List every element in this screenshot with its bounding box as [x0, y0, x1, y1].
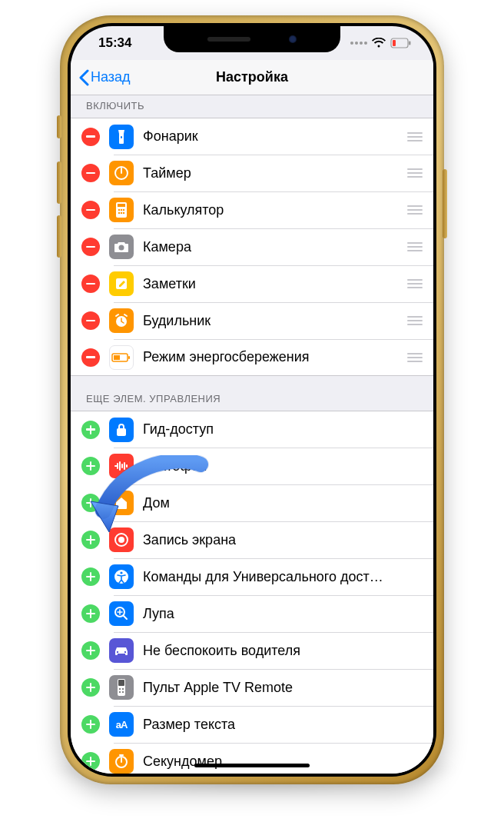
svg-point-32: [122, 691, 124, 693]
drag-handle-icon[interactable]: [406, 132, 423, 141]
section-header-more: ЕЩЕ ЭЛЕМ. УПРАВЛЕНИЯ: [71, 376, 433, 411]
row-flashlight[interactable]: Фонарик: [71, 118, 433, 155]
remove-button[interactable]: [81, 311, 100, 330]
svg-point-10: [118, 212, 120, 214]
svg-point-26: [124, 651, 126, 653]
svg-rect-19: [117, 428, 126, 436]
row-label: Камера: [143, 239, 406, 255]
svg-rect-17: [114, 355, 120, 360]
add-button[interactable]: [81, 457, 100, 475]
row-label: Заметки: [143, 276, 406, 292]
svg-point-9: [123, 209, 124, 211]
row-timer[interactable]: Таймер: [71, 155, 433, 191]
add-button[interactable]: [81, 715, 100, 734]
add-button[interactable]: [81, 567, 100, 586]
svg-rect-18: [128, 356, 130, 359]
remove-button[interactable]: [81, 164, 100, 182]
screen: 15:34 Назад Настройка: [71, 26, 433, 774]
svg-rect-28: [118, 680, 124, 686]
add-button[interactable]: [81, 678, 100, 697]
row-label: Фонарик: [143, 128, 406, 145]
row-label: Не беспокоить водителя: [143, 643, 423, 659]
svg-point-12: [123, 212, 124, 214]
row-screen-recording[interactable]: Запись экрана: [71, 521, 433, 558]
flashlight-icon: [109, 125, 134, 149]
row-label: Дом: [143, 495, 423, 511]
remove-button[interactable]: [81, 238, 100, 256]
home-icon: [109, 491, 134, 515]
row-label: Калькулятор: [143, 202, 406, 218]
svg-rect-3: [121, 136, 122, 138]
row-home[interactable]: Дом: [71, 484, 433, 521]
svg-rect-6: [118, 204, 125, 207]
svg-rect-2: [409, 42, 411, 45]
row-label: Лупа: [143, 606, 423, 622]
add-button[interactable]: [81, 604, 100, 623]
row-low-power[interactable]: Режим энергосбережения: [71, 339, 433, 376]
add-button[interactable]: [81, 421, 100, 439]
svg-point-25: [117, 651, 118, 653]
remote-icon: [109, 675, 134, 700]
row-label: Диктофон: [143, 458, 423, 474]
volume-up-button[interactable]: [57, 161, 61, 204]
magnifier-icon: [109, 601, 134, 626]
row-camera[interactable]: Камера: [71, 228, 433, 265]
cellular-icon: [350, 42, 367, 45]
row-accessibility-shortcuts[interactable]: Команды для Универсального дост…: [71, 558, 433, 595]
row-label: Гид-доступ: [143, 421, 423, 438]
add-button[interactable]: [81, 641, 100, 660]
settings-list: ВКЛЮЧИТЬ Фонарик Таймер: [71, 95, 433, 774]
row-label: Размер текста: [143, 717, 423, 733]
row-text-size[interactable]: аА Размер текста: [71, 706, 433, 743]
back-label: Назад: [91, 69, 131, 85]
remove-button[interactable]: [81, 275, 100, 293]
low-power-icon: [109, 345, 134, 370]
accessibility-icon: [109, 564, 134, 589]
drag-handle-icon[interactable]: [406, 205, 423, 215]
svg-point-13: [119, 245, 124, 251]
row-label: Режим энергосбережения: [143, 349, 406, 365]
svg-point-29: [119, 688, 121, 690]
remove-button[interactable]: [81, 348, 100, 367]
volume-down-button[interactable]: [57, 215, 61, 258]
add-button[interactable]: [81, 531, 100, 549]
drag-handle-icon[interactable]: [406, 242, 423, 251]
svg-point-31: [119, 691, 121, 693]
svg-point-23: [120, 571, 122, 574]
screen-recording-icon: [109, 527, 134, 552]
mute-switch[interactable]: [57, 115, 61, 138]
text-size-icon: аА: [109, 712, 134, 737]
wifi-icon: [372, 38, 386, 48]
remove-button[interactable]: [81, 201, 100, 219]
camera-icon: [109, 235, 134, 259]
status-time: 15:34: [98, 35, 131, 51]
voice-memos-icon: [109, 454, 134, 478]
drag-handle-icon[interactable]: [406, 279, 423, 288]
row-voice-memos[interactable]: Диктофон: [71, 448, 433, 484]
drag-handle-icon[interactable]: [406, 168, 423, 178]
row-do-not-disturb-driving[interactable]: Не беспокоить водителя: [71, 632, 433, 669]
row-stopwatch[interactable]: Секундомер: [71, 743, 433, 774]
row-calculator[interactable]: Калькулятор: [71, 191, 433, 228]
row-alarm[interactable]: Будильник: [71, 302, 433, 339]
back-button[interactable]: Назад: [71, 69, 131, 86]
power-button[interactable]: [443, 169, 447, 238]
row-magnifier[interactable]: Лупа: [71, 595, 433, 632]
add-button[interactable]: [81, 752, 100, 770]
row-guided-access[interactable]: Гид-доступ: [71, 411, 433, 448]
svg-point-8: [121, 209, 122, 211]
notes-icon: [109, 271, 134, 296]
add-button[interactable]: [81, 494, 100, 512]
car-icon: [109, 638, 134, 663]
row-apple-tv-remote[interactable]: Пульт Apple TV Remote: [71, 669, 433, 706]
svg-point-21: [118, 537, 124, 543]
home-indicator[interactable]: [194, 764, 310, 767]
drag-handle-icon[interactable]: [406, 316, 423, 325]
timer-icon: [109, 161, 134, 185]
row-label: Запись экрана: [143, 532, 423, 548]
notch: [164, 26, 340, 52]
drag-handle-icon[interactable]: [406, 353, 423, 362]
svg-point-7: [118, 209, 120, 211]
remove-button[interactable]: [81, 128, 100, 146]
row-notes[interactable]: Заметки: [71, 265, 433, 302]
